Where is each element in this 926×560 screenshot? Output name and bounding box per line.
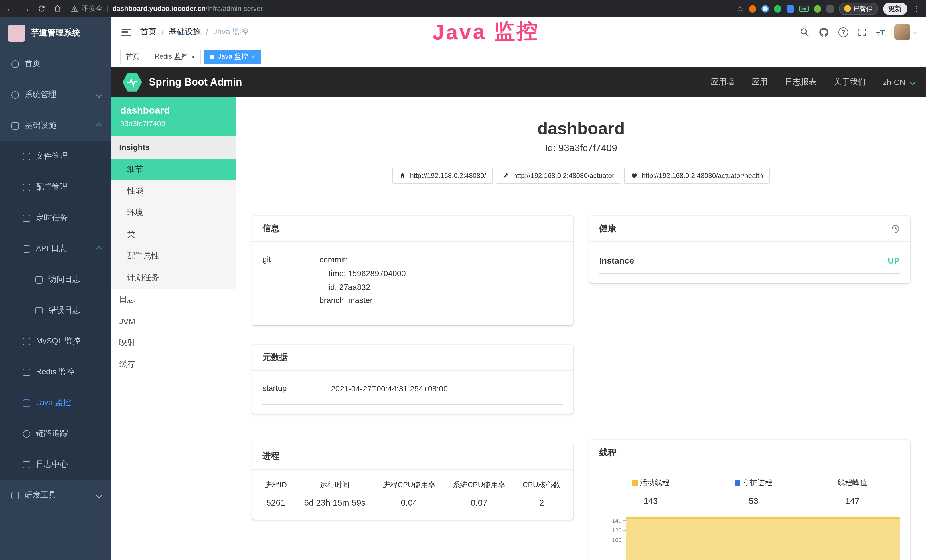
- sidebar-item-system[interactable]: 系统管理: [0, 79, 111, 110]
- extension-icon-3[interactable]: [774, 5, 781, 12]
- menu-kebab-icon[interactable]: ⋮: [912, 5, 920, 12]
- tab-close-icon[interactable]: ×: [251, 53, 255, 60]
- extension-icon-1[interactable]: [749, 5, 756, 12]
- process-col-process-cpu: 进程CPU使用率 0.04: [383, 480, 436, 507]
- sidebar-item-dev-tools[interactable]: 研发工具: [0, 480, 111, 511]
- edit-icon: [23, 183, 30, 191]
- sidebar-item-java-monitor[interactable]: Java 监控: [0, 387, 111, 418]
- tab-close-icon[interactable]: ×: [191, 53, 195, 60]
- metadata-key: startup: [262, 382, 331, 396]
- active-tab-dot: [210, 54, 215, 59]
- log-center-icon: [23, 461, 30, 468]
- legend-swatch-daemon: [735, 480, 740, 486]
- browser-nav: ← →: [6, 5, 62, 12]
- sidebar-item-scheduled-jobs[interactable]: 定时任务: [0, 203, 111, 233]
- sba-item-environment[interactable]: 环境: [111, 202, 236, 224]
- sidebar-item-api-log[interactable]: API 日志: [0, 233, 111, 264]
- sidebar-item-tracing[interactable]: 链路追踪: [0, 418, 111, 449]
- bookmark-star-icon[interactable]: ☆: [737, 5, 744, 12]
- sidebar-item-infrastructure[interactable]: 基础设施: [0, 110, 111, 141]
- java-monitor-icon: [23, 399, 30, 407]
- home-icon[interactable]: [54, 5, 62, 12]
- nav-journal[interactable]: 日志报表: [785, 77, 817, 87]
- search-icon[interactable]: [799, 27, 809, 37]
- sidebar-item-label: Redis 监控: [36, 367, 74, 377]
- tab-label: 首页: [126, 52, 140, 62]
- card-title: 元数据: [262, 352, 288, 363]
- infrastructure-submenu: 文件管理 配置管理 定时任务 API 日志: [0, 141, 111, 480]
- text-size-icon[interactable]: TT: [876, 27, 885, 37]
- nav-about[interactable]: 关于我们: [834, 77, 866, 87]
- locale-select[interactable]: zh-CN: [883, 77, 915, 87]
- back-icon[interactable]: ←: [6, 5, 14, 12]
- sba-item-performance[interactable]: 性能: [111, 180, 236, 202]
- sidebar-item-redis-monitor[interactable]: Redis 监控: [0, 357, 111, 387]
- sba-item-classes[interactable]: 类: [111, 224, 236, 245]
- tab-java-monitor[interactable]: Java 监控 ×: [204, 49, 261, 64]
- extension-icon-4[interactable]: [787, 5, 794, 12]
- sba-item-scheduled-tasks[interactable]: 计划任务: [111, 267, 236, 289]
- help-icon[interactable]: ?: [838, 27, 848, 37]
- threads-chart: 140 120 100: [599, 516, 900, 560]
- sba-brand: Spring Boot Admin: [149, 76, 242, 88]
- legend-swatch-active: [632, 480, 638, 486]
- health-card: 健康 Instance UP: [589, 216, 910, 283]
- sba-item-jvm[interactable]: JVM: [111, 310, 236, 332]
- sba-item-caches[interactable]: 缓存: [111, 354, 236, 375]
- sidebar-item-error-log[interactable]: 错误日志: [0, 295, 111, 326]
- user-menu[interactable]: [894, 24, 916, 40]
- base-url-link[interactable]: http://192.168.0.2:48080/: [392, 168, 493, 184]
- extension-icon-2[interactable]: [761, 5, 769, 12]
- paused-badge[interactable]: 已暂停: [839, 3, 878, 15]
- legend-value: 143: [632, 496, 670, 506]
- sba-nav: 应用墙 应用 日志报表 关于我们 zh-CN: [711, 77, 915, 87]
- github-icon[interactable]: [819, 27, 829, 37]
- nav-applications[interactable]: 应用: [752, 77, 768, 87]
- instance-id-short: 93a3fc7f7409: [120, 119, 227, 128]
- actuator-url-link[interactable]: http://192.168.0.2:48080/actuator: [496, 168, 621, 184]
- forward-icon[interactable]: →: [22, 5, 30, 12]
- extension-icon-5[interactable]: [814, 5, 821, 12]
- process-value: 0.07: [452, 498, 505, 507]
- extension-icon-6[interactable]: [826, 5, 834, 12]
- chevron-up-icon: [96, 246, 102, 251]
- update-button[interactable]: 更新: [883, 3, 907, 15]
- sba-item-details[interactable]: 细节: [111, 159, 236, 180]
- extension-on-badge[interactable]: on: [799, 5, 808, 12]
- card-title: 进程: [262, 451, 280, 462]
- card-title: 健康: [599, 223, 617, 234]
- app-sidebar: 芋道管理系统 首页 系统管理 基础设施: [0, 17, 111, 560]
- breadcrumb-infrastructure[interactable]: 基础设施: [169, 27, 201, 37]
- tab-home[interactable]: 首页: [120, 49, 145, 64]
- fullscreen-icon[interactable]: [857, 27, 867, 37]
- nav-wallboard[interactable]: 应用墙: [711, 77, 735, 87]
- sidebar-item-log-center[interactable]: 日志中心: [0, 449, 111, 480]
- detail-cards: 信息 git commit: time: 1596289704000 id: 2…: [252, 216, 910, 560]
- history-icon[interactable]: [891, 224, 900, 233]
- tab-redis-monitor[interactable]: Redis 监控 ×: [149, 49, 201, 64]
- sidebar-item-mysql-monitor[interactable]: MySQL 监控: [0, 326, 111, 357]
- sba-item-config-properties[interactable]: 配置属性: [111, 245, 236, 267]
- hamburger-icon[interactable]: [121, 28, 131, 36]
- app-logo[interactable]: 芋道管理系统: [0, 17, 111, 48]
- health-url-link[interactable]: http://192.168.0.2:48080/actuator/health: [624, 168, 770, 184]
- actuator-url: http://192.168.0.2:48080/actuator: [513, 172, 614, 180]
- process-col-cpu-cores: CPU核心数 2: [523, 480, 561, 507]
- sidebar-item-file-management[interactable]: 文件管理: [0, 141, 111, 172]
- info-line: time: 1596289704000: [319, 267, 406, 281]
- legend-peak-threads: 线程峰值 147: [838, 478, 867, 506]
- sidebar-item-config-management[interactable]: 配置管理: [0, 172, 111, 203]
- sba-item-mappings[interactable]: 映射: [111, 332, 236, 354]
- sidebar-item-home[interactable]: 首页: [0, 48, 111, 79]
- sidebar-item-label: API 日志: [36, 244, 67, 254]
- active-threads-area-series: [626, 518, 900, 560]
- legend-value: 147: [838, 496, 867, 506]
- breadcrumb-home[interactable]: 首页: [140, 27, 156, 37]
- refresh-icon[interactable]: [38, 5, 45, 12]
- gear-icon: [11, 91, 19, 98]
- sidebar-item-access-log[interactable]: 访问日志: [0, 264, 111, 295]
- question-glyph: ?: [841, 29, 845, 35]
- sba-item-logs[interactable]: 日志: [111, 289, 236, 310]
- instance-header[interactable]: dashboard 93a3fc7f7409: [111, 97, 236, 136]
- address-bar[interactable]: 不安全 | dashboard.yudao.iocoder.cn/infra/a…: [71, 4, 730, 14]
